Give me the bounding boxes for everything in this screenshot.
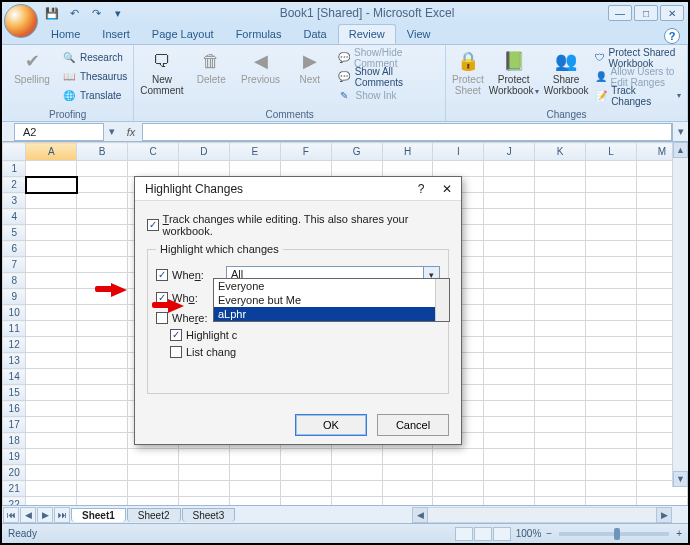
cell[interactable] xyxy=(128,449,179,465)
cell[interactable] xyxy=(433,497,484,506)
who-option-alphr[interactable]: aLphr xyxy=(214,307,449,321)
cell[interactable] xyxy=(484,401,535,417)
cell[interactable] xyxy=(586,465,637,481)
cell[interactable] xyxy=(535,305,586,321)
cell[interactable] xyxy=(77,497,128,506)
show-all-comments-button[interactable]: 💬Show All Comments xyxy=(337,68,438,85)
list-on-new-sheet-checkbox[interactable] xyxy=(170,346,182,358)
cell[interactable] xyxy=(484,241,535,257)
row-header[interactable]: 5 xyxy=(3,225,26,241)
cell[interactable] xyxy=(26,497,77,506)
cell[interactable] xyxy=(26,161,77,177)
row-header[interactable]: 22 xyxy=(3,497,26,506)
cell[interactable] xyxy=(586,353,637,369)
row-header[interactable]: 16 xyxy=(3,401,26,417)
cell[interactable] xyxy=(77,193,128,209)
cell[interactable] xyxy=(535,417,586,433)
row-header[interactable]: 18 xyxy=(3,433,26,449)
cell[interactable] xyxy=(586,369,637,385)
cell[interactable] xyxy=(26,417,77,433)
tab-insert[interactable]: Insert xyxy=(91,24,141,44)
cell[interactable] xyxy=(484,225,535,241)
cell[interactable] xyxy=(637,497,688,506)
cell[interactable] xyxy=(77,433,128,449)
cell[interactable] xyxy=(484,161,535,177)
hscroll-right-icon[interactable]: ▶ xyxy=(656,507,672,523)
cell[interactable] xyxy=(382,497,433,506)
maximize-button[interactable]: □ xyxy=(634,5,658,21)
cell[interactable] xyxy=(433,449,484,465)
research-button[interactable]: 🔍Research xyxy=(62,49,127,66)
when-checkbox[interactable] xyxy=(156,269,168,281)
cell[interactable] xyxy=(484,273,535,289)
col-header-L[interactable]: L xyxy=(586,143,637,161)
cell[interactable] xyxy=(535,289,586,305)
cell[interactable] xyxy=(586,273,637,289)
help-icon[interactable]: ? xyxy=(664,28,680,44)
cell[interactable] xyxy=(484,369,535,385)
cell[interactable] xyxy=(586,481,637,497)
share-workbook-button[interactable]: 👥Share Workbook xyxy=(544,47,589,107)
col-header-F[interactable]: F xyxy=(280,143,331,161)
name-box-dropdown[interactable]: ▾ xyxy=(104,125,120,138)
sheet-tab-1[interactable]: Sheet1 xyxy=(71,508,126,522)
cell[interactable] xyxy=(26,337,77,353)
cell[interactable] xyxy=(77,337,128,353)
row-header[interactable]: 3 xyxy=(3,193,26,209)
cell[interactable] xyxy=(484,449,535,465)
cell[interactable] xyxy=(586,385,637,401)
cell[interactable] xyxy=(535,193,586,209)
hscroll-left-icon[interactable]: ◀ xyxy=(412,507,428,523)
cell[interactable] xyxy=(586,417,637,433)
protect-workbook-button[interactable]: 📗Protect Workbook▾ xyxy=(490,47,538,107)
fx-icon[interactable]: fx xyxy=(120,126,142,138)
row-header[interactable]: 1 xyxy=(3,161,26,177)
cell[interactable] xyxy=(179,161,230,177)
row-header[interactable]: 10 xyxy=(3,305,26,321)
cell[interactable] xyxy=(77,385,128,401)
previous-comment-button[interactable]: ◀Previous xyxy=(239,47,282,107)
horizontal-scrollbar[interactable]: ◀ ▶ xyxy=(412,507,672,523)
who-option-everyone[interactable]: Everyone xyxy=(214,279,449,293)
protect-sheet-button[interactable]: 🔒Protect Sheet xyxy=(452,47,484,107)
cell[interactable] xyxy=(586,177,637,193)
col-header-D[interactable]: D xyxy=(179,143,230,161)
cell[interactable] xyxy=(77,417,128,433)
tab-data[interactable]: Data xyxy=(292,24,337,44)
cell[interactable] xyxy=(77,481,128,497)
row-header[interactable]: 21 xyxy=(3,481,26,497)
tab-view[interactable]: View xyxy=(396,24,442,44)
cell[interactable] xyxy=(433,465,484,481)
new-comment-button[interactable]: 🗨 New Comment xyxy=(140,47,183,107)
cell[interactable] xyxy=(26,465,77,481)
highlight-on-screen-checkbox[interactable] xyxy=(170,329,182,341)
cell[interactable] xyxy=(77,177,128,193)
dialog-close-button[interactable]: ✕ xyxy=(439,182,455,196)
cell[interactable] xyxy=(26,433,77,449)
cell[interactable] xyxy=(26,369,77,385)
cell[interactable] xyxy=(229,481,280,497)
cell[interactable] xyxy=(26,209,77,225)
cell[interactable] xyxy=(382,481,433,497)
scroll-down-icon[interactable]: ▼ xyxy=(673,471,688,487)
cell[interactable] xyxy=(535,433,586,449)
translate-button[interactable]: 🌐Translate xyxy=(62,87,127,104)
cell[interactable] xyxy=(77,353,128,369)
sheet-tab-2[interactable]: Sheet2 xyxy=(127,508,181,522)
cell[interactable] xyxy=(382,465,433,481)
cell[interactable] xyxy=(586,225,637,241)
cell[interactable] xyxy=(484,193,535,209)
cell[interactable] xyxy=(382,161,433,177)
redo-icon[interactable]: ↷ xyxy=(88,5,104,21)
dialog-help-button[interactable]: ? xyxy=(413,182,429,196)
cell[interactable] xyxy=(128,481,179,497)
cell[interactable] xyxy=(179,497,230,506)
cell[interactable] xyxy=(535,401,586,417)
select-all-corner[interactable] xyxy=(3,143,26,161)
cell[interactable] xyxy=(433,481,484,497)
cell[interactable] xyxy=(535,385,586,401)
col-header-C[interactable]: C xyxy=(128,143,179,161)
save-icon[interactable]: 💾 xyxy=(44,5,60,21)
cell[interactable] xyxy=(331,449,382,465)
cell[interactable] xyxy=(77,241,128,257)
